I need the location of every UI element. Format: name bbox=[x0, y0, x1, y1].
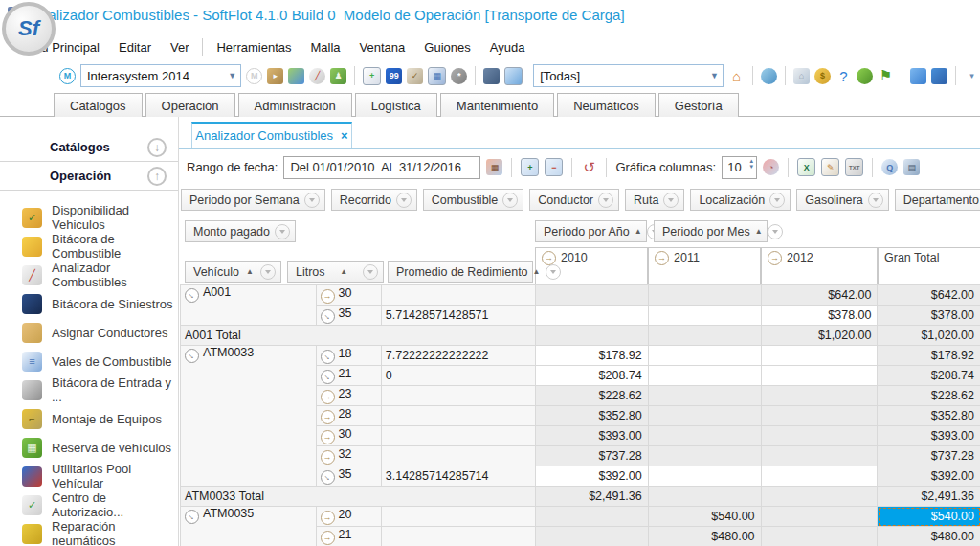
pivot-data-cell[interactable] bbox=[761, 346, 878, 366]
pivot-data-cell[interactable] bbox=[535, 527, 648, 546]
ribbon-tab-gestor-a[interactable]: Gestoría bbox=[658, 93, 739, 117]
pivot-data-cell[interactable] bbox=[648, 386, 761, 406]
expand-node-icon[interactable]: → bbox=[321, 410, 335, 424]
pivot-data-cell[interactable]: $737.28 bbox=[878, 446, 980, 466]
pivot-data-cell[interactable] bbox=[648, 487, 761, 507]
collapse-all-icon[interactable]: − bbox=[545, 158, 563, 176]
pivot-row-header-promedio[interactable]: 3.14285714285714 bbox=[381, 466, 535, 487]
pivot-data-cell[interactable]: $378.00 bbox=[761, 306, 878, 326]
pivot-row-header-litros[interactable]: →20 bbox=[316, 507, 381, 527]
pivot-data-cell[interactable]: $737.28 bbox=[535, 446, 648, 466]
filter-funnel-icon[interactable] bbox=[502, 193, 518, 208]
chevron-down-icon[interactable]: ▼ bbox=[706, 71, 723, 80]
ribbon-tab-neum-ticos[interactable]: Neumáticos bbox=[557, 93, 656, 117]
pivot-data-cell[interactable]: $352.80 bbox=[535, 406, 648, 426]
collapse-node-icon[interactable]: → bbox=[321, 350, 335, 364]
pivot-data-cell[interactable] bbox=[761, 446, 878, 466]
users-icon[interactable]: ♟ bbox=[330, 68, 346, 84]
clipboard-icon[interactable]: ✓ bbox=[407, 68, 423, 84]
filter-funnel-icon[interactable] bbox=[663, 193, 679, 208]
filter-funnel-icon[interactable] bbox=[363, 264, 378, 280]
toolbar-overflow-icon[interactable]: ▾ bbox=[964, 68, 980, 84]
menu-item-malla[interactable]: Malla bbox=[301, 36, 350, 58]
pivot-data-cell[interactable] bbox=[761, 527, 878, 546]
pivot-data-cell[interactable]: $208.74 bbox=[878, 366, 980, 386]
pivot-data-cell[interactable] bbox=[648, 406, 761, 426]
search-tools-icon[interactable]: ⌂ bbox=[793, 68, 810, 84]
chart-columns-spinner[interactable]: 10 ▲▼ bbox=[722, 156, 757, 179]
sidebar-item-bit-cora-de-entrada-y[interactable]: Bitácora de Entrada y ... bbox=[0, 375, 178, 404]
row-field-veh-culo[interactable]: Vehículo▲ bbox=[185, 261, 281, 283]
expand-node-icon[interactable]: → bbox=[542, 251, 556, 265]
pivot-row-header-litros[interactable]: →30 bbox=[316, 285, 381, 306]
expand-node-icon[interactable]: → bbox=[321, 450, 335, 465]
new-document-icon[interactable]: + bbox=[363, 67, 381, 85]
pivot-row-header-litros[interactable]: →32 bbox=[316, 446, 381, 466]
column-header-2012[interactable]: →2012 bbox=[761, 247, 878, 284]
export-excel-icon[interactable]: X bbox=[797, 158, 815, 176]
pivot-row-header-litros[interactable]: →28 bbox=[316, 406, 381, 426]
sidebar-group-operaci-n[interactable]: Operación↑ bbox=[0, 162, 178, 191]
pivot-data-cell[interactable] bbox=[761, 466, 878, 487]
pivot-data-cell[interactable] bbox=[648, 446, 761, 466]
pivot-data-cell[interactable]: $228.62 bbox=[878, 386, 980, 406]
filter-funnel-icon[interactable] bbox=[868, 193, 883, 208]
chevron-down-icon[interactable]: ▼ bbox=[224, 71, 240, 80]
menu-item-editar[interactable]: Editar bbox=[109, 36, 161, 58]
gear-icon[interactable]: * bbox=[451, 68, 467, 84]
pivot-data-cell[interactable]: $178.92 bbox=[535, 346, 648, 366]
pivot-data-cell[interactable]: $480.00 bbox=[648, 527, 761, 546]
ribbon-tab-mantenimiento[interactable]: Mantenimiento bbox=[440, 93, 554, 117]
pivot-data-cell[interactable]: $393.00 bbox=[878, 426, 980, 446]
pivot-data-cell[interactable] bbox=[535, 285, 648, 306]
column-header-gran-total[interactable]: Gran Total bbox=[878, 247, 980, 284]
filter-funnel-icon[interactable] bbox=[396, 193, 412, 208]
pivot-data-cell[interactable]: $540.00 bbox=[878, 507, 980, 527]
column-field-periodo-por-mes[interactable]: Periodo por Mes▲ bbox=[654, 220, 768, 242]
close-tab-icon[interactable]: × bbox=[341, 128, 348, 143]
pivot-data-cell[interactable] bbox=[648, 285, 761, 306]
date-range-input[interactable]: Del 01/01/2010 Al 31/12/2016 bbox=[283, 156, 480, 179]
pivot-row-header-promedio[interactable] bbox=[381, 426, 535, 446]
expand-node-icon[interactable]: → bbox=[321, 531, 335, 545]
filter-funnel-icon[interactable] bbox=[598, 193, 613, 208]
sidebar-item-centro-de-autorizacio[interactable]: ✓Centro de Autorizacio... bbox=[0, 490, 178, 519]
help-icon[interactable]: ? bbox=[835, 68, 852, 84]
pivot-data-cell[interactable]: $1,020.00 bbox=[761, 326, 878, 346]
expand-all-icon[interactable]: + bbox=[521, 158, 539, 176]
pivot-row-header-promedio[interactable] bbox=[381, 507, 535, 527]
sidebar-item-utilitarios-pool-veh-cular[interactable]: Utilitarios Pool Vehícular bbox=[0, 462, 178, 490]
pivot-row-header-promedio[interactable]: 0 bbox=[381, 366, 535, 386]
collapse-node-icon[interactable]: → bbox=[185, 288, 199, 303]
sidebar-item-disponibilidad-vehiculos[interactable]: ✓Disponibilidad Vehiculos bbox=[0, 203, 178, 232]
filter-field-ruta[interactable]: Ruta bbox=[625, 189, 684, 211]
flag-icon[interactable]: ⚑ bbox=[878, 68, 894, 84]
pivot-data-cell[interactable] bbox=[535, 507, 648, 527]
gauge-icon[interactable]: ╱ bbox=[309, 68, 325, 84]
pivot-row-header-vehicle[interactable]: →A001 bbox=[181, 285, 317, 326]
sidebar-item-bit-cora-de-combustible[interactable]: Bitácora de Combustible bbox=[0, 232, 178, 261]
menu-item-herramientas[interactable]: Herramientas bbox=[207, 36, 301, 58]
pivot-row-header-vehicle[interactable]: →ATM0035 bbox=[181, 507, 317, 546]
ribbon-tab-log-stica[interactable]: Logística bbox=[355, 93, 437, 117]
pivot-data-cell[interactable]: $378.00 bbox=[878, 306, 980, 326]
pivot-row-header-litros[interactable]: →35 bbox=[316, 306, 381, 326]
expand-node-icon[interactable]: → bbox=[321, 289, 335, 304]
pivot-row-header-litros[interactable]: →30 bbox=[316, 426, 381, 446]
sidebar-item-bit-cora-de-siniestros[interactable]: Bitácora de Siniestros bbox=[0, 289, 178, 318]
pivot-row-header-litros[interactable]: →21 bbox=[316, 366, 381, 386]
pivot-row-header-litros[interactable]: →23 bbox=[316, 386, 381, 406]
menu-item-guiones[interactable]: Guiones bbox=[414, 36, 479, 58]
filter-funnel-icon[interactable] bbox=[546, 264, 561, 280]
pivot-data-cell[interactable] bbox=[648, 366, 761, 386]
expand-node-icon[interactable]: → bbox=[321, 430, 335, 444]
row-field-promedio-de-redimiento[interactable]: Promedio de Redimiento▲ bbox=[388, 261, 533, 283]
pivot-data-cell[interactable]: $392.00 bbox=[878, 466, 980, 487]
pivot-data-cell[interactable]: $540.00 bbox=[648, 507, 761, 527]
sidebar-item-reserva-de-veh-culos[interactable]: ▦Reserva de vehículos bbox=[0, 433, 178, 462]
pivot-data-cell[interactable]: $480.00 bbox=[878, 527, 980, 546]
bug-icon[interactable] bbox=[857, 68, 873, 84]
pivot-row-header-promedio[interactable] bbox=[381, 446, 535, 466]
pivot-data-cell[interactable] bbox=[648, 326, 761, 346]
expand-node-icon[interactable]: → bbox=[768, 251, 782, 265]
